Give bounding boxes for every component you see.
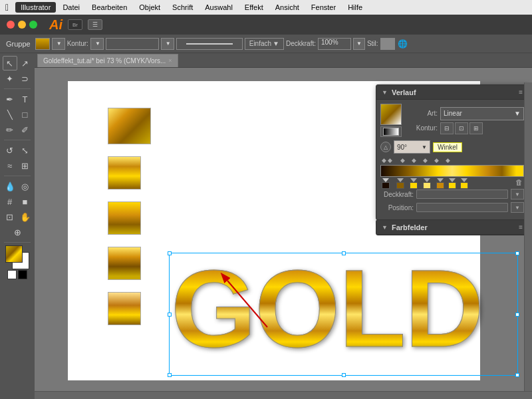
deckkraft-dropdown-panel[interactable]: ▼ <box>511 189 524 200</box>
deckkraft-slider[interactable] <box>416 190 508 199</box>
eyedropper-tool[interactable]: 💧 <box>3 179 17 194</box>
gradient-tool[interactable]: ■ <box>18 194 33 209</box>
menu-schrift[interactable]: Schrift <box>167 2 198 13</box>
deckkraft-input[interactable]: 100% <box>318 38 351 50</box>
none-swatch[interactable] <box>7 270 17 279</box>
angle-input[interactable]: 90° ▼ <box>394 140 430 154</box>
direct-select-tool[interactable]: ↗ <box>18 56 33 70</box>
close-button[interactable] <box>7 21 15 29</box>
tool-separator-4 <box>4 242 31 243</box>
sel-handle-br <box>515 373 519 377</box>
adobe-badge[interactable]: Br <box>68 19 82 30</box>
panel-menu-icon[interactable]: ≡ <box>519 88 523 96</box>
color-stop-6[interactable] <box>448 178 456 189</box>
menu-objekt[interactable]: Objekt <box>134 2 166 13</box>
warp-tool[interactable]: ≈ <box>3 158 17 173</box>
free-transform-tool[interactable]: ⊞ <box>18 158 33 173</box>
deckkraft-dropdown[interactable]: ▼ <box>353 38 365 50</box>
gradient-swatch-small[interactable] <box>18 270 27 279</box>
menu-auswahl[interactable]: Auswahl <box>200 2 238 13</box>
art-label: Art: <box>404 110 438 117</box>
gold-text: GOLD <box>171 254 483 364</box>
gradient-track[interactable] <box>380 165 524 177</box>
line-tool[interactable]: ╲ <box>3 107 17 122</box>
fill-dropdown[interactable]: ▼ <box>52 38 65 50</box>
rect-tool[interactable]: □ <box>18 107 33 122</box>
document-tab[interactable]: Goldeffekt_tut.ai* bei 73 % (CMYK/Vors..… <box>37 54 178 67</box>
color-stop-5[interactable] <box>436 178 444 189</box>
gold-swatch-3 <box>108 201 141 235</box>
farbfelder-panel-title: Farbfelder <box>392 223 428 231</box>
traffic-lights <box>7 21 37 29</box>
mesh-tool[interactable]: # <box>3 194 17 209</box>
title-icon-button[interactable]: ☰ <box>88 19 102 30</box>
apple-menu[interactable]:  <box>5 2 9 13</box>
angle-row: △ 90° ▼ Winkel <box>380 140 524 154</box>
menu-datei[interactable]: Datei <box>57 2 85 13</box>
zoom-tool[interactable]: ⊕ <box>10 225 25 239</box>
pencil-tool[interactable]: ✐ <box>18 122 33 137</box>
blend-tool[interactable]: ◎ <box>18 179 33 194</box>
stroke-preview <box>176 38 243 50</box>
stroke-input-dropdown[interactable]: ▼ <box>161 38 174 50</box>
position-dropdown-panel[interactable]: ▼ <box>511 202 524 213</box>
lasso-tool[interactable]: ⊃ <box>18 71 33 86</box>
color-stop-3[interactable] <box>410 178 418 189</box>
select-tool[interactable]: ↖ <box>3 56 17 70</box>
kontur-label: Kontur: <box>67 40 88 47</box>
farbfelder-collapse-icon[interactable]: ▼ <box>382 224 388 231</box>
kontur-dropdown[interactable]: ▼ <box>90 38 104 50</box>
menu-illustrator[interactable]: Illustrator <box>15 2 56 13</box>
menu-fenster[interactable]: Fenster <box>306 2 341 13</box>
farbfelder-panel-header[interactable]: ▼ Farbfelder ≡ <box>376 220 528 235</box>
tab-close-button[interactable]: × <box>168 57 172 64</box>
position-slider[interactable] <box>416 203 508 212</box>
rotate-tool[interactable]: ↺ <box>3 143 17 158</box>
tool-separator-3 <box>4 176 31 176</box>
color-stop-4[interactable] <box>423 178 431 189</box>
stroke-weight-input[interactable] <box>106 38 159 50</box>
canvas-area[interactable]: GOLD <box>35 68 532 399</box>
maximize-button[interactable] <box>29 21 37 29</box>
menu-hilfe[interactable]: Hilfe <box>342 2 368 13</box>
kontur-icons: ⊟ ⊡ ⊞ <box>440 122 483 134</box>
foreground-color-swatch[interactable] <box>5 245 23 263</box>
color-stop-1[interactable] <box>382 178 390 189</box>
color-stop-2[interactable] <box>396 178 404 189</box>
sel-handle-bl <box>168 373 172 377</box>
options-toolbar: Gruppe ▼ Kontur: ▼ ▼ Einfach▼ Deckkraft:… <box>0 35 532 53</box>
einfach-button[interactable]: Einfach▼ <box>245 38 284 50</box>
gradient-swatch-preview[interactable] <box>380 104 402 125</box>
globe-button[interactable]: 🌐 <box>397 38 409 50</box>
fill-swatch[interactable] <box>35 38 50 50</box>
verlauf-panel-title: Verlauf <box>392 88 416 96</box>
vertical-scrollbar[interactable] <box>524 82 532 399</box>
menu-ansicht[interactable]: Ansicht <box>270 2 305 13</box>
scale-tool[interactable]: ⤡ <box>18 143 33 158</box>
delete-stop-button[interactable]: 🗑 <box>515 178 523 186</box>
kontur-icon-2[interactable]: ⊡ <box>455 122 468 134</box>
kontur-icon-1[interactable]: ⊟ <box>440 122 454 134</box>
canvas-wrapper: Goldeffekt_tut.ai* bei 73 % (CMYK/Vors..… <box>35 53 532 399</box>
color-stop-7[interactable] <box>460 178 468 189</box>
type-tool[interactable]: T <box>18 92 33 106</box>
horizontal-scrollbar[interactable] <box>35 391 532 399</box>
app-logo: Ai <box>49 17 63 33</box>
stil-swatch[interactable] <box>380 38 395 50</box>
art-dropdown[interactable]: Linear▼ <box>440 107 524 120</box>
crop-tool[interactable]: ⊡ <box>3 209 17 224</box>
kontur-icon-3[interactable]: ⊞ <box>469 122 483 134</box>
menu-effekt[interactable]: Effekt <box>239 2 269 13</box>
paintbrush-tool[interactable]: ✏ <box>3 122 17 137</box>
verlauf-panel-header[interactable]: ▼ Verlauf ≡ <box>376 85 528 100</box>
gradient-stroke-toggle[interactable] <box>380 126 402 137</box>
position-row: Position: ▼ <box>380 202 524 213</box>
deckkraft-panel-label: Deckkraft: <box>380 191 414 198</box>
magic-wand-tool[interactable]: ✦ <box>3 71 17 86</box>
panel-collapse-icon[interactable]: ▼ <box>382 89 388 96</box>
minimize-button[interactable] <box>18 21 26 29</box>
menu-bearbeiten[interactable]: Bearbeiten <box>86 2 132 13</box>
farbfelder-menu-icon[interactable]: ≡ <box>519 223 523 231</box>
pen-tool[interactable]: ✒ <box>3 92 17 106</box>
hand-tool[interactable]: ✋ <box>18 209 33 224</box>
